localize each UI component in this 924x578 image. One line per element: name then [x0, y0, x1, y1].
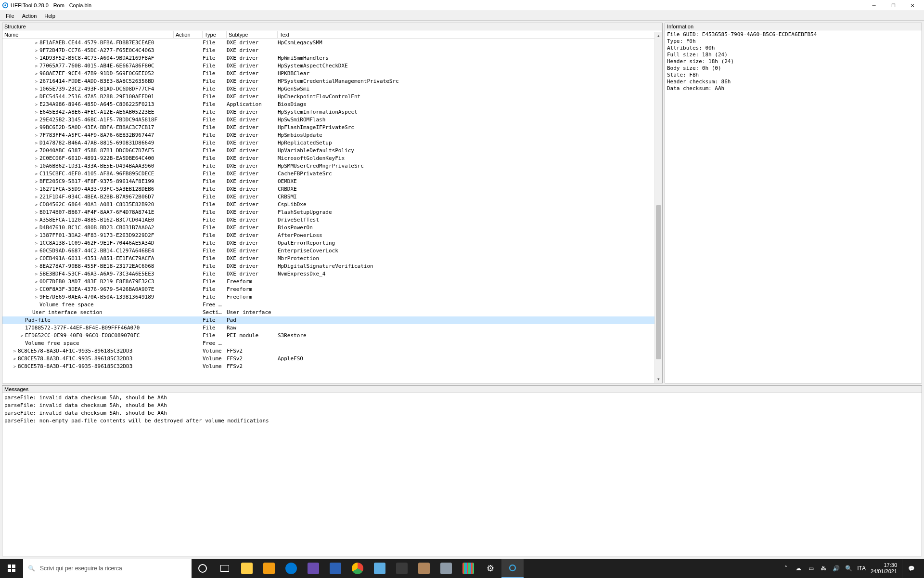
tree-row[interactable]: >29E425B2-3145-46BC-A1F5-7BDDC94A5818FFi…: [2, 116, 662, 124]
close-button[interactable]: ✕: [903, 0, 922, 11]
expand-icon[interactable]: >: [13, 365, 17, 369]
tree-row[interactable]: >968AE7EF-9CE4-47B9-91DD-569F0C6EE052Fil…: [2, 70, 662, 78]
expand-icon[interactable]: >: [34, 218, 38, 223]
expand-icon[interactable]: >: [34, 56, 38, 61]
tree-row[interactable]: >B0174B07-BB67-4F4F-8AA7-6F4D78A8741EFil…: [2, 209, 662, 216]
scroll-up-arrow[interactable]: ▴: [655, 32, 662, 39]
expand-icon[interactable]: >: [34, 118, 38, 122]
expand-icon[interactable]: >: [34, 295, 38, 300]
expand-icon[interactable]: >: [34, 149, 38, 153]
menu-file[interactable]: File: [2, 12, 18, 20]
tree-row[interactable]: >D4B47610-BC1C-480B-BD23-CB031B7AA0A2Fil…: [2, 224, 662, 232]
expand-icon[interactable]: >: [34, 49, 38, 53]
chrome-icon[interactable]: [346, 559, 369, 578]
tree-row[interactable]: Pad-fileFilePad: [2, 316, 662, 324]
tree-row[interactable]: >9FE7DE69-0AEA-470A-B50A-139813649189Fil…: [2, 293, 662, 301]
app-icon-5[interactable]: [435, 559, 457, 578]
expand-icon[interactable]: >: [34, 195, 38, 199]
tree-row[interactable]: >9F72D47D-CC76-45DC-A277-F65E0C4C4063Fil…: [2, 47, 662, 54]
tree-row[interactable]: >1AD93F52-B5C8-4C73-A604-9BDA2169F8AFFil…: [2, 54, 662, 62]
expand-icon[interactable]: >: [34, 103, 38, 107]
expand-icon[interactable]: >: [34, 272, 38, 276]
expand-icon[interactable]: >: [34, 95, 38, 99]
tree-row[interactable]: >8C8CE578-8A3D-4F1C-9935-896185C32DD3Vol…: [2, 355, 662, 363]
settings-icon[interactable]: ⚙: [479, 559, 501, 578]
tree-row[interactable]: 17088572-377F-44EF-8F4E-B09FFF46A070File…: [2, 324, 662, 332]
expand-icon[interactable]: >: [13, 357, 17, 361]
app-icon-6[interactable]: [457, 559, 479, 578]
taskview-icon[interactable]: [214, 559, 236, 578]
tree-row[interactable]: >C0EB491A-6011-4351-A851-EE1FAC79ACFAFil…: [2, 255, 662, 263]
menu-action[interactable]: Action: [18, 12, 41, 20]
expand-icon[interactable]: >: [34, 64, 38, 68]
tree-row[interactable]: >60C5D9AD-6687-44C2-BB14-C1297A646BE4Fil…: [2, 247, 662, 255]
col-type[interactable]: Type: [203, 31, 227, 38]
tree-row[interactable]: >7F783FF4-A5FC-44F9-8A76-6EB32B967447Fil…: [2, 131, 662, 139]
expand-icon[interactable]: >: [34, 241, 38, 246]
expand-icon[interactable]: >: [34, 87, 38, 92]
tree-row[interactable]: >26716414-FDDE-4ADD-B3E3-8A8C526356BDFil…: [2, 78, 662, 85]
media-icon[interactable]: [258, 559, 280, 578]
app-icon-2[interactable]: [369, 559, 391, 578]
col-name[interactable]: Name: [2, 31, 174, 38]
expand-icon[interactable]: >: [34, 79, 38, 84]
expand-icon[interactable]: >: [34, 110, 38, 115]
tray-lang[interactable]: ITA: [857, 565, 866, 572]
tree-row[interactable]: >BFE205C9-5B17-4F8F-9375-89614AF8E199Fil…: [2, 178, 662, 185]
tree-row[interactable]: >70040ABC-6387-4588-87B1-DDCD6C7D7AF5Fil…: [2, 147, 662, 155]
tree-row[interactable]: >CC0F8A3F-3DEA-4376-9679-5426BA0A907EFil…: [2, 286, 662, 293]
expand-icon[interactable]: >: [34, 172, 38, 176]
tree-row[interactable]: >E645E342-A8E6-4FEC-A12E-AE6AB05223EEFil…: [2, 108, 662, 116]
app-icon-1[interactable]: [302, 559, 324, 578]
tree-body[interactable]: >8F1AFAEB-CE44-4579-BFBA-FDBB7E3CEAE0Fil…: [2, 39, 662, 383]
tree-row[interactable]: >8EA278A7-90B8-455F-BE18-23172EAC6068Fil…: [2, 263, 662, 270]
tree-row[interactable]: >1065E739-23C2-493F-B1AD-DC6D8DF77CF4Fil…: [2, 85, 662, 93]
expand-icon[interactable]: >: [34, 41, 38, 45]
tree-row[interactable]: >E234A986-8946-485D-A645-C806225F0213Fil…: [2, 101, 662, 108]
tree-row[interactable]: >5BE3BDF4-53CF-46A3-A6A9-73C34A6E5EE3Fil…: [2, 270, 662, 278]
tray-network-icon[interactable]: 🖧: [820, 565, 827, 572]
uefitool-taskbar-icon[interactable]: [501, 559, 524, 578]
expand-icon[interactable]: >: [34, 187, 38, 192]
expand-icon[interactable]: >: [34, 133, 38, 138]
minimize-button[interactable]: ─: [864, 0, 884, 11]
tree-row[interactable]: >1387FF01-3DA2-4F83-9173-E263D9229D2FFil…: [2, 232, 662, 239]
tree-row[interactable]: >8F1AFAEB-CE44-4579-BFBA-FDBB7E3CEAE0Fil…: [2, 39, 662, 47]
expand-icon[interactable]: >: [34, 141, 38, 145]
tree-row[interactable]: >221F1D4F-034C-4BEA-B2BB-B7A9672B06D7Fil…: [2, 193, 662, 201]
tree-row[interactable]: >0DF7DFB0-3AD7-483E-B219-E8F8A79E32C3Fil…: [2, 278, 662, 286]
expand-icon[interactable]: >: [34, 203, 38, 207]
expand-icon[interactable]: >: [20, 334, 24, 338]
tree-row[interactable]: >8C8CE578-8A3D-4F1C-9935-896185C32DD3Vol…: [2, 347, 662, 355]
tree-row[interactable]: >1CC8A138-1C09-462F-9E1F-70446AE5A34DFil…: [2, 239, 662, 247]
scrollbar-thumb[interactable]: [656, 205, 661, 359]
expand-icon[interactable]: >: [34, 234, 38, 238]
tray-volume-icon[interactable]: 🔊: [832, 565, 840, 572]
expand-icon[interactable]: >: [34, 180, 38, 184]
store-icon[interactable]: [324, 559, 346, 578]
tray-chevron-icon[interactable]: ˄: [782, 565, 790, 572]
expand-icon[interactable]: >: [13, 349, 17, 354]
cortana-icon[interactable]: [192, 559, 214, 578]
tree-row[interactable]: Volume free spaceFree …: [2, 340, 662, 347]
tree-row[interactable]: Volume free spaceFree …: [2, 301, 662, 309]
expand-icon[interactable]: >: [34, 288, 38, 292]
expand-icon[interactable]: >: [34, 72, 38, 76]
tray-onedrive-icon[interactable]: ☁: [795, 565, 802, 572]
col-action[interactable]: Action: [174, 31, 203, 38]
tree-row[interactable]: User interface sectionSecti…User interfa…: [2, 309, 662, 316]
explorer-icon[interactable]: [236, 559, 258, 578]
scroll-down-arrow[interactable]: ▾: [655, 375, 662, 383]
expand-icon[interactable]: >: [34, 164, 38, 169]
tree-row[interactable]: >DFC54544-2516-47A5-B288-29F100AEFD01Fil…: [2, 93, 662, 101]
tree-row[interactable]: >8C8CE578-8A3D-4F1C-9935-896185C32DD3Vol…: [2, 363, 662, 370]
tree-row[interactable]: >CD84562C-6864-40A3-A081-C8D35E82B920Fil…: [2, 201, 662, 209]
expand-icon[interactable]: >: [34, 249, 38, 253]
vertical-scrollbar[interactable]: ▴ ▾: [654, 32, 662, 383]
expand-icon[interactable]: >: [34, 264, 38, 269]
taskbar-search[interactable]: 🔍 Scrivi qui per eseguire la ricerca: [23, 559, 192, 578]
app-icon-3[interactable]: [391, 559, 413, 578]
tree-row[interactable]: >2C0EC06F-661D-4891-922B-EA5DBE64C400Fil…: [2, 155, 662, 162]
tray-datetime[interactable]: 17:30 24/01/2021: [871, 562, 897, 575]
tree-row[interactable]: >16271FCA-55D9-4A33-93FC-5A3EB128DEB6Fil…: [2, 185, 662, 193]
